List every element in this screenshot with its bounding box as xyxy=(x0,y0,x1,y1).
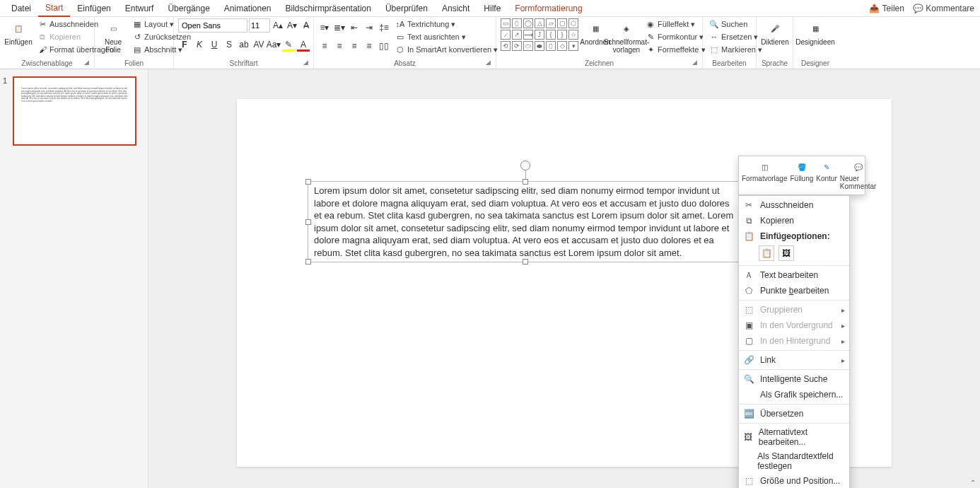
cm-copy[interactable]: ⧉Kopieren xyxy=(739,213,849,228)
scissors-icon: ✂ xyxy=(37,19,47,29)
textbox-content[interactable]: Lorem ipsum dolor sit amet, consetetur s… xyxy=(314,185,733,258)
cm-alt-text[interactable]: 🖾Alternativtext bearbeiten... xyxy=(739,425,849,449)
select-button[interactable]: ⬚Markieren ▾ xyxy=(707,44,764,55)
smartart-convert-button[interactable]: ⬡In SmartArt konvertieren ▾ xyxy=(393,44,500,55)
textdir-icon: ↕A xyxy=(395,19,405,29)
slide-thumbnail-1[interactable]: Lorem ipsum dolor sit amet, consetetur s… xyxy=(13,76,136,146)
highlight-button[interactable]: ✎ xyxy=(282,38,295,51)
design-ideas-button[interactable]: ▦ Designideen xyxy=(798,18,833,47)
new-slide-button[interactable]: ▭ Neue Folie xyxy=(99,18,127,55)
resize-handle-bm[interactable] xyxy=(523,259,528,265)
justify-button[interactable]: ≡ xyxy=(363,40,375,52)
cm-save-as-picture[interactable]: Als Grafik speichern... xyxy=(739,387,849,402)
columns-button[interactable]: ▯▯ xyxy=(378,40,390,52)
font-color-button[interactable]: A xyxy=(297,38,310,51)
layout-icon: ▦ xyxy=(132,19,142,29)
shapes-gallery[interactable]: ▭⬯◯△▱▢⬡ ⟋↗⟶⤴{}☆ ⟲⟳⬭⬬⬯◇▾ xyxy=(501,18,578,51)
shape-fill-button[interactable]: ◉Fülleffekt ▾ xyxy=(643,18,708,30)
quickstyles-icon: ◈ xyxy=(618,20,635,37)
align-left-button[interactable]: ≡ xyxy=(318,40,331,52)
cm-default-textbox[interactable]: Als Standardtextfeld festlegen xyxy=(739,449,849,473)
font-name-input[interactable] xyxy=(178,18,247,33)
pen-icon: ✎ xyxy=(819,161,834,173)
tab-transitions[interactable]: Übergänge xyxy=(161,1,216,16)
paste-option-keep[interactable]: 📋 xyxy=(759,245,774,261)
font-size-input[interactable] xyxy=(249,18,270,33)
decrease-font-button[interactable]: A▾ xyxy=(286,19,298,32)
tab-file[interactable]: Datei xyxy=(4,1,38,16)
increase-font-button[interactable]: A▴ xyxy=(272,19,284,32)
font-launcher[interactable]: ◢ xyxy=(303,59,312,67)
align-center-button[interactable]: ≡ xyxy=(333,40,346,52)
bold-button[interactable]: F xyxy=(178,38,191,51)
slide-editor[interactable]: Lorem ipsum dolor sit amet, consetetur s… xyxy=(148,69,980,488)
shape-outline-button[interactable]: ✎Formkontur ▾ xyxy=(643,31,708,42)
translate-icon: 🔤 xyxy=(743,408,754,419)
cm-size-position[interactable]: ⬚Größe und Position... xyxy=(739,473,849,488)
tab-view[interactable]: Ansicht xyxy=(435,1,477,16)
linespacing-button[interactable]: ‡≡ xyxy=(378,21,390,34)
share-button[interactable]: 📤 Teilen xyxy=(869,4,904,13)
resize-handle-ml[interactable] xyxy=(305,219,311,225)
indent-inc-button[interactable]: ⇥ xyxy=(363,21,375,34)
selected-textbox[interactable]: Lorem ipsum dolor sit amet, consetetur s… xyxy=(308,181,743,262)
tab-animations[interactable]: Animationen xyxy=(217,1,279,16)
group-label-drawing: Zeichnen xyxy=(501,58,698,69)
cm-smart-lookup[interactable]: 🔍Intelligente Suche xyxy=(739,371,849,387)
find-button[interactable]: 🔍Suchen xyxy=(707,18,764,30)
numbering-button[interactable]: ≣▾ xyxy=(333,21,346,34)
edit-text-icon: Ａ xyxy=(743,269,754,281)
tab-home[interactable]: Start xyxy=(38,0,70,17)
comments-button[interactable]: 💬 Kommentare xyxy=(913,4,974,13)
underline-button[interactable]: U xyxy=(208,38,221,51)
lookup-icon: 🔍 xyxy=(743,373,754,385)
tab-review[interactable]: Überprüfen xyxy=(378,1,435,16)
cm-edit-text[interactable]: ＡText bearbeiten xyxy=(739,267,849,283)
shape-effects-button[interactable]: ✦Formeffekte ▾ xyxy=(643,44,708,55)
clipboard-launcher[interactable]: ◢ xyxy=(84,59,93,67)
cm-paste-options-label: 📋Einfügeoptionen: xyxy=(739,228,849,244)
mini-comment-button[interactable]: 💬 Neuer Kommentar xyxy=(839,159,878,192)
indent-dec-button[interactable]: ⇤ xyxy=(348,21,361,34)
text-align-button[interactable]: ▭Text ausrichten ▾ xyxy=(393,31,500,42)
quick-styles-button[interactable]: ◈ Schnellformat- vorlagen xyxy=(612,18,641,55)
paste-option-picture[interactable]: 🖼 xyxy=(778,245,794,261)
bullets-button[interactable]: ≡▾ xyxy=(318,21,331,34)
replace-button[interactable]: ↔Ersetzen ▾ xyxy=(707,31,764,42)
paste-button[interactable]: 📋 Einfügen xyxy=(4,18,33,47)
rotate-handle[interactable] xyxy=(520,161,530,170)
group-label-designer: Designer xyxy=(798,58,833,69)
case-button[interactable]: Aa▾ xyxy=(267,38,280,51)
align-right-button[interactable]: ≡ xyxy=(348,40,361,52)
mini-style-button[interactable]: ◫ Formatvorlage xyxy=(740,159,788,192)
mini-fill-button[interactable]: 🪣 Füllung xyxy=(788,159,815,192)
spacing-button[interactable]: AV xyxy=(252,38,265,51)
edit-points-icon: ⬠ xyxy=(743,285,754,296)
comment-icon: 💬 xyxy=(851,161,866,173)
mini-outline-button[interactable]: ✎ Kontur xyxy=(815,159,838,192)
tab-help[interactable]: Hilfe xyxy=(477,1,508,16)
cm-link[interactable]: 🔗Link▸ xyxy=(739,352,849,368)
cm-send-back: ▢In den Hintergrund▸ xyxy=(739,333,849,349)
clear-format-button[interactable]: A̶ xyxy=(300,19,313,32)
arrange-icon: ▦ xyxy=(587,20,604,37)
strike-button[interactable]: S xyxy=(223,38,235,51)
resize-handle-tl[interactable] xyxy=(305,179,311,185)
tab-design[interactable]: Entwurf xyxy=(118,1,161,16)
shadow-button[interactable]: ab xyxy=(238,38,250,51)
effects-icon: ✦ xyxy=(646,45,655,54)
tab-shapeformat[interactable]: Formformatierung xyxy=(508,1,589,16)
paragraph-launcher[interactable]: ◢ xyxy=(486,59,494,67)
text-direction-button[interactable]: ↕ATextrichtung ▾ xyxy=(393,18,500,30)
drawing-launcher[interactable]: ◢ xyxy=(692,59,701,67)
italic-button[interactable]: K xyxy=(193,38,206,51)
tab-slideshow[interactable]: Bildschirmpräsentation xyxy=(279,1,378,16)
resize-handle-bl[interactable] xyxy=(305,259,311,265)
cm-bring-front: ▣In den Vordergrund▸ xyxy=(739,318,849,333)
cm-edit-points[interactable]: ⬠Punkte bearbeiten xyxy=(739,283,849,298)
cm-cut[interactable]: ✂Ausschneiden xyxy=(739,197,849,213)
tab-insert[interactable]: Einfügen xyxy=(70,1,117,16)
cm-translate[interactable]: 🔤Übersetzen xyxy=(739,406,849,422)
dictate-button[interactable]: 🎤 Diktieren xyxy=(761,18,789,47)
resize-handle-tm[interactable] xyxy=(523,179,528,185)
